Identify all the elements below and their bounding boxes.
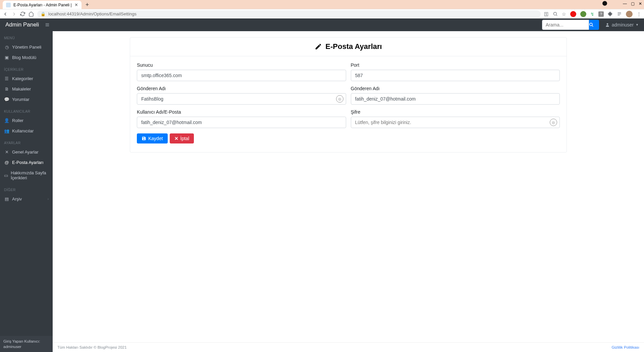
port-field[interactable]	[351, 70, 560, 81]
kebab-menu-icon[interactable]: ⋮	[637, 11, 641, 17]
svg-point-8	[606, 23, 608, 25]
user-tag-icon: 👤	[4, 118, 9, 123]
save-button[interactable]: Kaydet	[137, 133, 168, 143]
help-icon[interactable]: ?	[598, 11, 604, 17]
brand[interactable]: Admin Paneli	[5, 21, 39, 28]
list-icon: ☰	[4, 76, 9, 81]
tab-title: E-Posta Ayarları - Admin Paneli |	[13, 3, 72, 7]
password-field[interactable]	[351, 117, 560, 128]
id-card-icon: ▭	[4, 173, 8, 178]
main-content: E-Posta Ayarları Sunucu Port	[53, 31, 644, 352]
svg-point-0	[554, 12, 557, 15]
label-port: Port	[351, 62, 560, 68]
key-icon[interactable]: ⚿	[544, 11, 549, 17]
target-icon[interactable]: ◎	[550, 119, 557, 126]
sidebar-header-contents: İÇERİKLER	[0, 63, 53, 73]
page-footer: Tüm Hakları Saklıdır © BlogProjesi 2021 …	[53, 342, 644, 352]
blog-icon: ▣	[4, 55, 9, 60]
svg-point-7	[589, 23, 592, 26]
server-field[interactable]	[137, 70, 346, 81]
label-password: Şifre	[351, 109, 560, 115]
page-title: E-Posta Ayarları	[315, 42, 382, 51]
extension-green-icon[interactable]	[580, 11, 586, 17]
profile-avatar-icon[interactable]	[626, 11, 633, 17]
at-icon: @	[4, 160, 9, 165]
sidebar-toggle-icon[interactable]	[45, 22, 50, 27]
sidebar-item-label: Roller	[12, 118, 23, 123]
username: adminuser	[612, 22, 634, 27]
maximize-icon[interactable]: ▢	[631, 1, 635, 6]
app-topbar: Admin Paneli adminuser ▼	[0, 18, 644, 31]
sidebar-item-about-contents[interactable]: ▭ Hakkımızda Sayfa İçerikleri	[0, 168, 53, 183]
reading-list-icon[interactable]	[617, 11, 622, 16]
address-bar[interactable]: 🔒 localhost:44319/Admin/Options/EmailSet…	[37, 10, 541, 18]
sidebar-footer: Giriş Yapan Kullanıcı: adminuser	[0, 336, 53, 352]
edit-icon	[315, 43, 322, 50]
sidebar-header-menu: MENÜ	[0, 31, 53, 42]
tachometer-icon: ◷	[4, 45, 9, 50]
extension-opera-icon[interactable]	[570, 11, 576, 17]
copyright: Tüm Hakları Saklıdır © BlogProjesi 2021	[57, 345, 127, 349]
label-sender-address: Gönderen Adı	[351, 86, 560, 91]
sender-address-field[interactable]	[351, 93, 560, 105]
close-tab-icon[interactable]: ✕	[74, 2, 78, 7]
label-server: Sunucu	[137, 62, 346, 68]
sidebar-item-comments[interactable]: 💬 Yorumlar	[0, 94, 53, 105]
sidebar-item-dashboard[interactable]: ◷ Yönetim Paneli	[0, 42, 53, 52]
sidebar-item-label: Kullanıcılar	[12, 128, 34, 133]
zoom-icon[interactable]	[553, 11, 558, 16]
target-icon[interactable]: ◎	[336, 95, 343, 103]
save-icon	[142, 136, 146, 141]
search-input[interactable]	[542, 20, 589, 30]
url-text: localhost:44319/Admin/Options/EmailSetti…	[48, 11, 137, 16]
minimize-icon[interactable]: —	[623, 1, 627, 6]
privacy-link[interactable]: Gizlilik Politikası	[612, 345, 639, 349]
star-icon[interactable]: ☆	[562, 11, 566, 17]
sidebar-header-settings: AYARLAR	[0, 136, 53, 147]
footer-label: Giriş Yapan Kullanıcı:	[3, 339, 49, 344]
label-user-email: Kullanıcı Adı/E-Posta	[137, 109, 346, 115]
sidebar-item-label: E-Posta Ayarları	[12, 160, 44, 165]
browser-tab[interactable]: E-Posta Ayarları - Admin Paneli | ✕	[3, 1, 82, 9]
back-icon[interactable]	[3, 11, 8, 17]
forward-icon[interactable]	[11, 11, 17, 17]
browser-chrome: — ▢ ✕ E-Posta Ayarları - Admin Paneli | …	[0, 0, 644, 18]
search-button[interactable]	[589, 20, 599, 30]
sidebar-item-users[interactable]: 👥 Kullanıcılar	[0, 126, 53, 136]
new-tab-button[interactable]: +	[84, 1, 91, 9]
sidebar: MENÜ ◷ Yönetim Paneli ▣ Blog Modülü İÇER…	[0, 31, 53, 352]
home-icon[interactable]	[29, 11, 34, 17]
sidebar-item-general-settings[interactable]: ✕ Genel Ayarlar	[0, 147, 53, 157]
times-icon: ✕	[174, 136, 178, 141]
window-controls: — ▢ ✕	[623, 0, 642, 7]
extensions-icon[interactable]	[608, 11, 613, 16]
sender-name-field[interactable]	[137, 93, 346, 105]
sidebar-item-label: Genel Ayarlar	[12, 150, 39, 155]
search-box	[542, 20, 599, 30]
sidebar-item-archive[interactable]: ▤ Arşiv ›	[0, 194, 53, 204]
media-indicator-icon[interactable]	[602, 1, 607, 6]
extension-arrow-icon[interactable]: ↯	[590, 11, 594, 17]
sidebar-item-categories[interactable]: ☰ Kategoriler	[0, 73, 53, 84]
favicon-icon	[6, 3, 11, 7]
sidebar-item-email-settings[interactable]: @ E-Posta Ayarları	[0, 157, 53, 168]
sidebar-header-other: DİĞER	[0, 183, 53, 194]
sidebar-item-label: Blog Modülü	[12, 55, 36, 60]
close-window-icon[interactable]: ✕	[639, 1, 642, 6]
user-email-field[interactable]	[137, 117, 346, 128]
file-icon: 🗎	[4, 86, 9, 92]
reload-icon[interactable]	[20, 11, 25, 16]
sidebar-item-blog[interactable]: ▣ Blog Modülü	[0, 52, 53, 63]
sidebar-item-articles[interactable]: 🗎 Makaleler	[0, 84, 53, 94]
cancel-label: İptal	[180, 136, 189, 141]
sidebar-item-label: Kategoriler	[12, 76, 33, 81]
cancel-button[interactable]: ✕ İptal	[170, 133, 194, 143]
save-label: Kaydet	[148, 136, 163, 141]
users-icon: 👥	[4, 128, 9, 133]
user-menu[interactable]: adminuser ▼	[605, 22, 639, 27]
user-icon	[605, 22, 610, 27]
sidebar-item-roles[interactable]: 👤 Roller	[0, 115, 53, 126]
sliders-icon: ✕	[4, 150, 9, 155]
sidebar-header-users: KULLANICILAR	[0, 105, 53, 115]
sidebar-item-label: Yorumlar	[12, 97, 30, 102]
